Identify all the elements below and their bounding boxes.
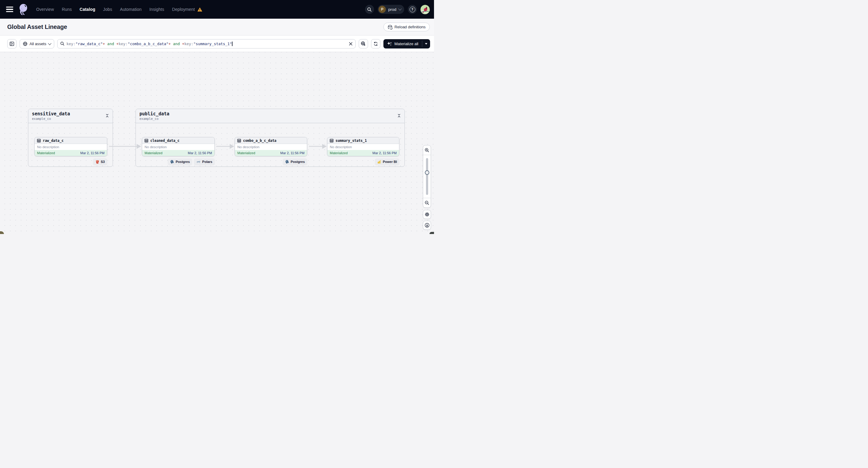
refresh-button[interactable] [371,39,380,49]
kind-badge-polars[interactable]: Polars [194,158,215,165]
bottom-right-artifact [430,232,434,234]
asset-name: combo_a_b_c_data [243,138,277,143]
table-icon [145,139,148,143]
zoom-out-icon [425,200,429,205]
nav-links: Overview Runs Catalog Jobs Automation In… [36,7,203,12]
global-search-button[interactable] [365,5,374,14]
lineage-canvas[interactable]: sensitive_data example_co public_data ex… [0,52,434,234]
deployment-initial-badge: P [379,6,386,13]
asset-name: cleaned_data_c [150,138,180,143]
table-icon [237,139,241,143]
nav-right: P prod ? [365,5,430,14]
materialization-timestamp[interactable]: Mar 2, 11:56 PM [373,151,397,155]
asset-scope-label: All assets [30,41,46,46]
nav-item-automation[interactable]: Automation [120,7,142,12]
kind-badges: Postgres Polars [168,158,215,165]
group-location: example_co [140,117,401,121]
deployment-name: prod [388,7,396,12]
kind-badge-postgres[interactable]: Postgres [168,158,192,165]
filter-query-text: key:"raw_data_c"+ and +key:"combo_a_b_c_… [67,41,347,46]
cardinal-avatar-icon [421,5,430,14]
download-icon [425,223,430,228]
materialization-timestamp[interactable]: Mar 2, 11:56 PM [81,151,105,155]
top-nav: Overview Runs Catalog Jobs Automation In… [0,0,434,19]
zoom-in-icon [425,148,429,152]
text-cursor [232,41,232,46]
collapse-group-button[interactable] [396,113,402,118]
clear-filter-button[interactable] [349,42,353,46]
caret-down-icon [425,43,427,44]
asset-node-cleaned-data-c[interactable]: cleaned_data_c No description Materializ… [142,137,215,156]
table-icon [37,139,41,143]
search-icon [367,7,372,12]
asset-description: No description [142,144,214,150]
kind-badge-power-bi[interactable]: Power BI [375,158,399,165]
user-avatar[interactable] [421,5,430,14]
globe-plus-icon [361,41,366,46]
group-title: public_data [140,111,401,117]
asset-description: No description [328,144,399,150]
asset-status-row: Materialized Mar 2, 11:56 PM [35,150,107,156]
kind-badges: S3 [93,158,107,165]
gear-icon [425,212,430,217]
nav-item-jobs[interactable]: Jobs [103,7,112,12]
asset-description: No description [235,144,307,150]
help-icon: ? [410,7,415,12]
nav-item-catalog[interactable]: Catalog [80,7,95,12]
kind-badge-postgres[interactable]: Postgres [283,158,307,165]
kind-badges: Postgres [283,158,307,165]
page-header: Global Asset Lineage Reload definitions [0,19,434,35]
asset-description: No description [35,144,107,150]
chevron-down-icon [398,7,401,10]
zoom-slider[interactable] [423,155,431,198]
asset-status-row: Materialized Mar 2, 11:56 PM [142,150,214,156]
asset-filter-input[interactable]: key:"raw_data_c"+ and +key:"combo_a_b_c_… [57,39,356,49]
group-header[interactable]: public_data example_co [136,109,404,123]
asset-node-raw-data-c[interactable]: raw_data_c No description Materialized M… [34,137,107,156]
nav-item-runs[interactable]: Runs [62,7,72,12]
deployment-switcher[interactable]: P prod [378,5,404,14]
nav-item-insights[interactable]: Insights [149,7,164,12]
kind-badge-s3[interactable]: S3 [93,158,107,165]
download-graph-button[interactable] [423,221,431,230]
menu-icon[interactable] [6,7,13,12]
status-badge: Materialized [37,151,55,155]
help-button[interactable]: ? [408,5,417,14]
asset-name: summary_stats_1 [336,138,367,143]
bottom-left-artifact [0,231,4,234]
nav-item-deployment[interactable]: Deployment [172,7,203,12]
collapse-group-button[interactable] [104,113,110,118]
group-header[interactable]: sensitive_data example_co [28,109,113,123]
zoom-out-button[interactable] [423,198,431,208]
collapse-icon [105,113,109,118]
open-panel-button[interactable] [7,39,17,49]
globe-icon [23,41,27,46]
asset-scope-selector[interactable]: All assets [20,39,54,49]
collapse-icon [397,113,401,118]
powerbi-icon [377,160,381,164]
asset-node-combo-a-b-c-data[interactable]: combo_a_b_c_data No description Material… [235,137,307,156]
sparkles-icon [387,41,392,46]
refresh-icon [373,41,378,46]
kind-badges: Power BI [375,158,399,165]
zoom-slider-track[interactable] [426,158,428,195]
zoom-slider-handle[interactable] [425,170,429,175]
materialization-timestamp[interactable]: Mar 2, 11:56 PM [188,151,212,155]
nav-item-overview[interactable]: Overview [36,7,54,12]
table-icon [330,139,333,143]
polars-icon [196,160,200,163]
group-by-location-button[interactable] [359,39,368,49]
dagster-logo-icon [18,3,29,15]
group-location: example_co [32,117,109,121]
asset-name: raw_data_c [43,138,64,143]
close-icon [349,42,353,46]
zoom-in-button[interactable] [423,146,431,155]
graph-settings-button[interactable] [423,210,431,219]
search-icon [60,41,64,46]
materialization-timestamp[interactable]: Mar 2, 11:56 PM [280,151,305,155]
reload-cube-icon [388,25,393,30]
materialize-all-button[interactable]: Materialize all [383,39,430,49]
reload-definitions-button[interactable]: Reload definitions [383,23,430,31]
asset-node-summary-stats-1[interactable]: summary_stats_1 No description Materiali… [327,137,399,156]
materialize-options-button[interactable] [422,39,430,49]
